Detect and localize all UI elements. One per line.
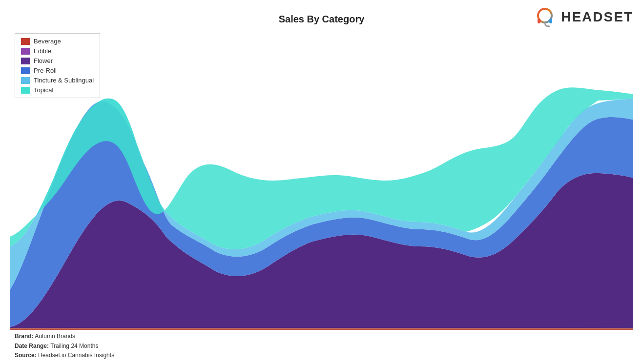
legend-label-preroll: Pre-Roll <box>34 67 57 74</box>
legend-color-flower <box>21 58 30 64</box>
chart-title: Sales By Category <box>0 14 643 25</box>
svg-point-3 <box>548 25 550 27</box>
footer-source-value: Headset.io Cannabis Insights <box>38 352 114 359</box>
legend-color-tincture <box>21 77 30 84</box>
footer-source-label: Source: <box>15 352 37 359</box>
chart-area: 2022-10 2023-01 2023-04 2023-07 2023-10 … <box>10 32 633 330</box>
legend-label-edible: Edible <box>34 47 51 55</box>
legend-label-beverage: Beverage <box>34 38 61 45</box>
legend-color-preroll <box>21 67 30 74</box>
footer-date-range-label: Date Range: <box>15 343 49 349</box>
legend-color-beverage <box>21 38 30 45</box>
legend-label-tincture: Tincture & Sublingual <box>34 77 94 84</box>
legend-item-edible: Edible <box>21 47 94 55</box>
legend-color-edible <box>21 48 30 55</box>
legend-label-flower: Flower <box>34 57 53 64</box>
footer-date-range-value: Trailing 24 Months <box>50 343 98 349</box>
legend-item-preroll: Pre-Roll <box>21 67 94 74</box>
legend-item-beverage: Beverage <box>21 38 94 45</box>
footer-brand-label: Brand: <box>15 333 34 340</box>
legend-item-flower: Flower <box>21 57 94 64</box>
page-container: HEADSET Sales By Category Beverage Edibl… <box>0 0 643 364</box>
footer-brand: Brand: Autumn Brands <box>15 332 114 341</box>
chart-svg: 2022-10 2023-01 2023-04 2023-07 2023-10 … <box>10 32 633 330</box>
footer-date-range: Date Range: Trailing 24 Months <box>15 342 114 351</box>
legend-item-tincture: Tincture & Sublingual <box>21 77 94 84</box>
footer-brand-value: Autumn Brands <box>35 333 75 340</box>
legend-item-topical: Topical <box>21 86 94 94</box>
footer-info: Brand: Autumn Brands Date Range: Trailin… <box>15 332 114 360</box>
legend-color-topical <box>21 87 30 94</box>
footer-source: Source: Headset.io Cannabis Insights <box>15 351 114 360</box>
legend-label-topical: Topical <box>34 86 53 94</box>
chart-legend: Beverage Edible Flower Pre-Roll Tincture… <box>15 33 100 98</box>
